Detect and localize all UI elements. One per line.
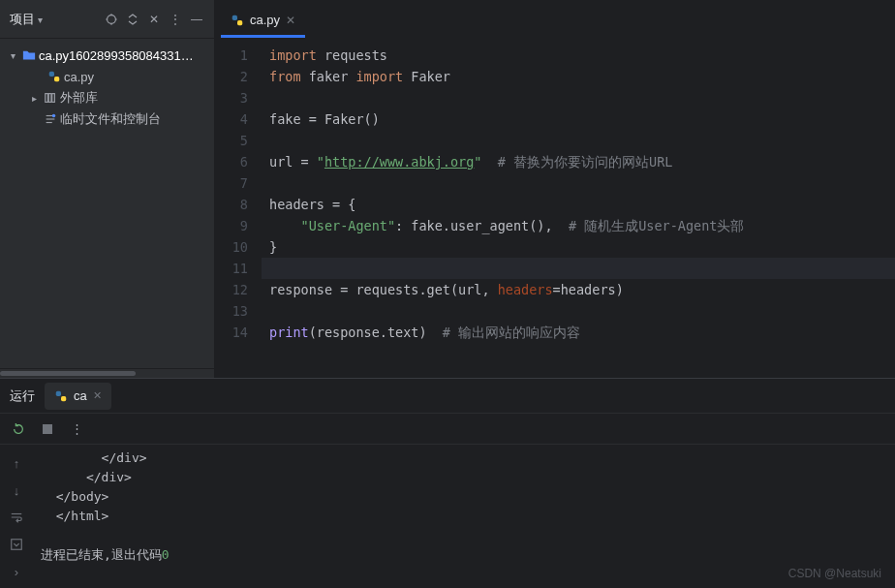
rerun-icon[interactable] bbox=[10, 420, 27, 438]
scratches-label: 临时文件和控制台 bbox=[60, 110, 161, 128]
tree-project-root[interactable]: ▾ ca.py1602899358084331… bbox=[0, 45, 214, 66]
hide-icon[interactable]: — bbox=[189, 12, 204, 27]
external-libs-label: 外部库 bbox=[60, 89, 98, 107]
run-tab[interactable]: ca ✕ bbox=[45, 383, 111, 410]
down-icon[interactable]: ↓ bbox=[8, 481, 25, 499]
sidebar: 项目 ✕ ⋮ — ▾ ca.py1602899358084331… bbox=[0, 0, 215, 378]
sidebar-h-scrollbar[interactable] bbox=[0, 368, 214, 378]
tab-label: ca.py bbox=[250, 13, 280, 27]
python-file-icon bbox=[231, 14, 244, 27]
editor-area: ca.py ✕ 1234567891011121314 import reque… bbox=[215, 0, 895, 378]
stop-icon[interactable] bbox=[39, 420, 56, 438]
close-icon[interactable]: ✕ bbox=[286, 14, 295, 27]
tab-ca-py[interactable]: ca.py ✕ bbox=[221, 5, 305, 38]
svg-rect-19 bbox=[12, 540, 22, 550]
more-icon[interactable]: ⋮ bbox=[68, 420, 85, 438]
svg-rect-18 bbox=[43, 424, 52, 434]
run-title[interactable]: 运行 bbox=[10, 387, 35, 405]
project-name-label: ca.py1602899358084331… bbox=[39, 48, 194, 63]
chevron-right-icon: ▸ bbox=[27, 93, 41, 104]
chevron-down-icon: ▾ bbox=[6, 50, 19, 61]
code-content[interactable]: import requestsfrom faker import Faker f… bbox=[262, 39, 895, 378]
run-tab-label: ca bbox=[74, 388, 87, 403]
console-output[interactable]: </div> </div> </body> </html> 进程已结束,退出代码… bbox=[33, 445, 895, 588]
sidebar-title[interactable]: 项目 bbox=[10, 11, 43, 28]
scrollbar-thumb[interactable] bbox=[0, 371, 136, 376]
svg-rect-5 bbox=[49, 72, 54, 77]
svg-rect-15 bbox=[237, 20, 242, 25]
close-icon[interactable]: ✕ bbox=[93, 389, 102, 402]
more-icon[interactable]: ⋮ bbox=[168, 12, 183, 27]
python-file-icon bbox=[46, 70, 62, 83]
next-icon[interactable]: › bbox=[8, 563, 25, 580]
library-icon bbox=[43, 91, 58, 105]
scroll-to-end-icon[interactable] bbox=[8, 536, 25, 553]
svg-rect-7 bbox=[46, 94, 48, 103]
select-opened-file-icon[interactable] bbox=[104, 12, 119, 27]
collapse-all-icon[interactable]: ✕ bbox=[146, 12, 162, 27]
run-header: 运行 ca ✕ bbox=[0, 379, 895, 414]
svg-rect-8 bbox=[48, 94, 51, 103]
scratches-icon bbox=[43, 112, 58, 126]
tree-scratches[interactable]: 临时文件和控制台 bbox=[0, 108, 214, 130]
tree-external-libs[interactable]: ▸ 外部库 bbox=[0, 87, 214, 108]
svg-rect-14 bbox=[232, 15, 237, 19]
watermark: CSDN @Neatsuki bbox=[788, 567, 881, 580]
gutter: 1234567891011121314 bbox=[215, 39, 262, 378]
tree-file-ca-py[interactable]: ca.py bbox=[0, 66, 214, 87]
svg-point-13 bbox=[52, 114, 56, 118]
editor-tabs: ca.py ✕ bbox=[215, 0, 895, 39]
top-area: 项目 ✕ ⋮ — ▾ ca.py1602899358084331… bbox=[0, 0, 895, 378]
svg-rect-6 bbox=[54, 77, 59, 81]
run-body: ↑ ↓ › </div> </div> </body> </html> 进程已结… bbox=[0, 445, 895, 588]
folder-icon bbox=[21, 48, 37, 62]
run-left-toolbar: ↑ ↓ › bbox=[0, 445, 33, 588]
sidebar-header: 项目 ✕ ⋮ — bbox=[0, 0, 214, 39]
soft-wrap-icon[interactable] bbox=[8, 509, 25, 526]
project-tree[interactable]: ▾ ca.py1602899358084331… ca.py ▸ 外部库 bbox=[0, 39, 214, 368]
python-file-icon bbox=[54, 389, 68, 403]
run-panel: 运行 ca ✕ ⋮ ↑ ↓ › </d bbox=[0, 378, 895, 588]
svg-rect-16 bbox=[56, 390, 61, 395]
up-icon[interactable]: ↑ bbox=[8, 454, 25, 472]
code-editor[interactable]: 1234567891011121314 import requestsfrom … bbox=[215, 39, 895, 378]
svg-rect-17 bbox=[61, 396, 66, 401]
run-toolbar: ⋮ bbox=[0, 414, 895, 445]
file-name-label: ca.py bbox=[64, 70, 94, 84]
svg-rect-9 bbox=[52, 94, 55, 103]
svg-point-0 bbox=[108, 15, 116, 23]
expand-all-icon[interactable] bbox=[125, 12, 140, 27]
